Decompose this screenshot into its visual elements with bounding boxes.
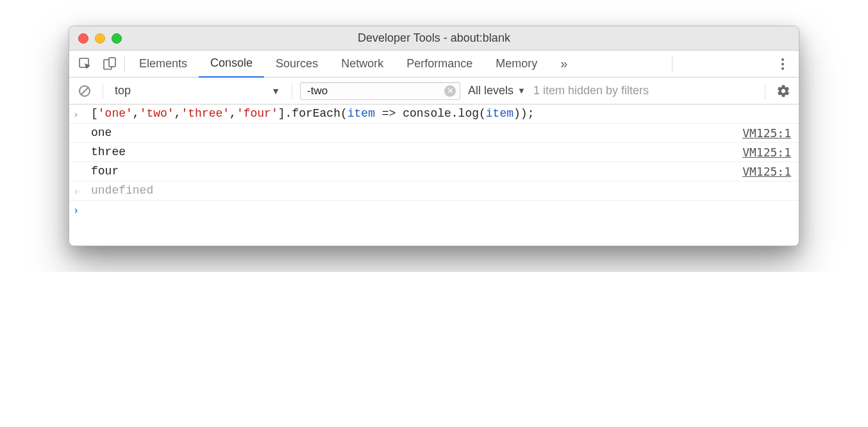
return-value: undefined — [91, 184, 791, 197]
return-chevron-icon: ‹· — [74, 184, 91, 196]
clear-filter-icon[interactable]: ✕ — [444, 85, 456, 97]
tab-console[interactable]: Console — [199, 51, 264, 78]
log-text: three — [91, 146, 742, 158]
console-return-row: ‹· undefined — [69, 181, 799, 201]
close-window-button[interactable] — [78, 33, 88, 44]
console-prompt-row[interactable]: › — [69, 201, 799, 220]
log-levels-selector[interactable]: All levels ▼ — [468, 84, 526, 97]
context-label: top — [115, 84, 131, 97]
console-log-row: four VM125:1 — [69, 162, 799, 181]
maximize-window-button[interactable] — [112, 33, 122, 44]
svg-line-7 — [81, 87, 88, 94]
kebab-menu-icon[interactable] — [772, 54, 793, 74]
log-text: one — [91, 126, 742, 139]
tab-memory[interactable]: Memory — [484, 51, 549, 78]
svg-point-3 — [781, 58, 784, 61]
log-text: four — [91, 165, 742, 178]
tab-sources[interactable]: Sources — [264, 51, 330, 78]
source-link[interactable]: VM125:1 — [742, 146, 791, 159]
separator — [765, 83, 765, 99]
gutter-empty — [74, 165, 91, 166]
filter-value: -two — [307, 85, 444, 97]
inspect-element-icon[interactable] — [75, 54, 96, 74]
chevron-down-icon: ▼ — [517, 86, 526, 96]
console-input-row[interactable]: › ['one','two','three','four'].forEach(i… — [69, 105, 799, 124]
console-filter-bar: top ▼ -two ✕ All levels ▼ 1 item hidden … — [69, 78, 799, 105]
console-log-row: one VM125:1 — [69, 124, 799, 143]
console-code: ['one','two','three','four'].forEach(ite… — [91, 107, 791, 120]
input-chevron-icon: › — [74, 107, 91, 119]
svg-rect-2 — [109, 58, 115, 67]
hidden-count-label: 1 item hidden by filters — [533, 84, 649, 97]
separator — [292, 83, 292, 99]
devtools-window: Developer Tools - about:blank Elements C… — [69, 26, 799, 246]
separator — [103, 83, 103, 99]
svg-point-5 — [781, 67, 784, 70]
console-settings-icon[interactable] — [773, 81, 794, 101]
gutter-empty — [74, 146, 91, 147]
gutter-empty — [74, 126, 91, 128]
device-toolbar-icon[interactable] — [99, 54, 120, 74]
window-titlebar: Developer Tools - about:blank — [69, 26, 799, 51]
devtools-tabbar: Elements Console Sources Network Perform… — [69, 51, 799, 78]
tab-performance[interactable]: Performance — [395, 51, 484, 78]
console-log-row: three VM125:1 — [69, 143, 799, 162]
source-link[interactable]: VM125:1 — [742, 126, 791, 140]
execution-context-selector[interactable]: top ▼ — [111, 84, 284, 97]
svg-point-4 — [781, 63, 784, 65]
clear-console-icon[interactable] — [74, 81, 95, 101]
tab-network[interactable]: Network — [330, 51, 395, 78]
tab-elements[interactable]: Elements — [128, 51, 199, 78]
levels-label: All levels — [468, 84, 513, 97]
separator — [124, 56, 125, 72]
window-title: Developer Tools - about:blank — [69, 31, 799, 45]
source-link[interactable]: VM125:1 — [742, 165, 791, 178]
console-body: › ['one','two','three','four'].forEach(i… — [69, 105, 799, 246]
filter-input[interactable]: -two ✕ — [300, 82, 460, 100]
more-tabs-button[interactable]: » — [554, 56, 574, 71]
prompt-chevron-icon: › — [74, 203, 91, 216]
chevron-down-icon: ▼ — [271, 86, 280, 96]
traffic-lights — [69, 33, 122, 44]
separator — [672, 56, 672, 72]
minimize-window-button[interactable] — [95, 33, 105, 44]
